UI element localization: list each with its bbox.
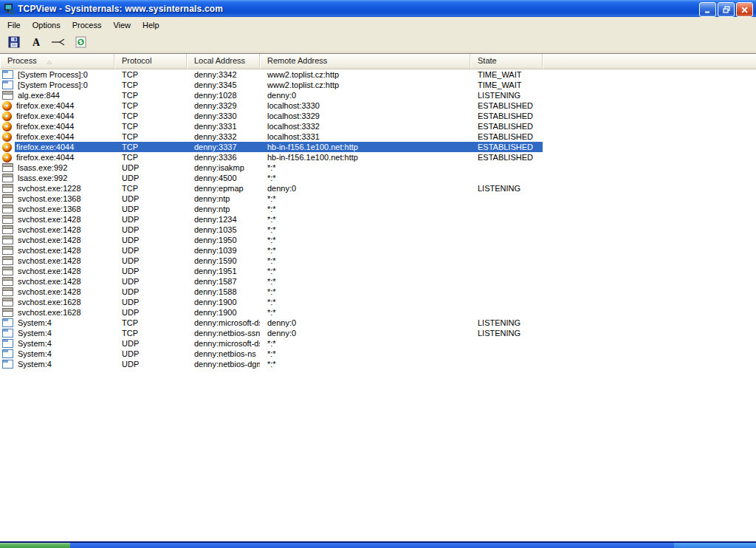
cell-protocol: TCP (114, 70, 187, 79)
cell-remote-address: *:* (260, 163, 470, 172)
cell-local-address: denny:microsoft-ds (187, 339, 260, 348)
cell-process: System:4 (0, 329, 114, 338)
cell-state: LISTENING (470, 329, 543, 338)
cell-remote-address: *:* (260, 256, 470, 265)
table-row[interactable]: lsass.exe:992UDPdenny:4500*:* (0, 173, 756, 183)
menu-file[interactable]: File (1, 18, 27, 32)
table-row-selected[interactable]: firefox.exe:4044TCPdenny:3337hb-in-f156.… (0, 142, 756, 152)
firefox-icon (2, 112, 12, 121)
cell-protocol: UDP (114, 277, 187, 286)
table-row[interactable]: firefox.exe:4044TCPdenny:3336hb-in-f156.… (0, 152, 756, 162)
cell-process: svchost.exe:1428 (0, 256, 114, 265)
table-row[interactable]: svchost.exe:1368UDPdenny:ntp*:* (0, 204, 756, 214)
process-label: svchost.exe:1428 (18, 256, 81, 265)
process-window-icon (2, 308, 13, 317)
floppy-disk-icon (8, 36, 20, 49)
process-window-icon (2, 349, 13, 358)
cell-remote-address: *:* (260, 205, 470, 213)
cell-process: svchost.exe:1428 (0, 287, 114, 296)
table-row[interactable]: svchost.exe:1368UDPdenny:ntp*:* (0, 193, 756, 204)
table-row[interactable]: svchost.exe:1428UDPdenny:1951*:* (0, 266, 756, 276)
connections-rows: [System Process]:0TCPdenny:3342www2.topl… (0, 69, 756, 542)
cell-local-address: denny:3332 (187, 132, 260, 141)
cell-protocol: UDP (114, 256, 187, 265)
process-label: svchost.exe:1228 (18, 184, 81, 193)
cell-remote-address: www2.toplist.cz:http (260, 81, 470, 89)
process-label: firefox.exe:4044 (16, 132, 74, 141)
table-row[interactable]: svchost.exe:1628UDPdenny:1900*:* (0, 307, 756, 318)
cell-process: svchost.exe:1428 (0, 225, 114, 234)
table-row[interactable]: System:4UDPdenny:netbios-ns*:* (0, 349, 756, 359)
menu-help[interactable]: Help (137, 18, 165, 32)
restore-button[interactable] (718, 2, 735, 17)
cell-remote-address: denny:0 (260, 329, 470, 338)
refresh-button[interactable] (72, 35, 89, 51)
column-header-remote-address[interactable]: Remote Address (260, 54, 470, 69)
cell-remote-address: *:* (260, 298, 470, 306)
cell-protocol: TCP (114, 153, 187, 162)
table-row[interactable]: svchost.exe:1428UDPdenny:1588*:* (0, 287, 756, 297)
column-header-process[interactable]: Process△ (0, 54, 114, 69)
table-row[interactable]: svchost.exe:1428UDPdenny:1039*:* (0, 245, 756, 256)
cell-protocol: UDP (114, 236, 187, 244)
taskbar-surface[interactable] (70, 543, 674, 548)
table-row[interactable]: lsass.exe:992UDPdenny:isakmp*:* (0, 162, 756, 173)
process-label: firefox.exe:4044 (16, 112, 74, 120)
table-row[interactable]: svchost.exe:1428UDPdenny:1587*:* (0, 276, 756, 287)
system-tray-edge[interactable] (674, 543, 756, 548)
start-button-edge[interactable] (0, 543, 70, 548)
column-header-protocol[interactable]: Protocol (114, 54, 187, 69)
table-row[interactable]: [System Process]:0TCPdenny:3345www2.topl… (0, 80, 756, 90)
table-row[interactable]: svchost.exe:1228TCPdenny:epmapdenny:0LIS… (0, 183, 756, 193)
table-row[interactable]: svchost.exe:1428UDPdenny:1590*:* (0, 256, 756, 266)
close-connection-button[interactable] (50, 35, 66, 51)
table-row[interactable]: svchost.exe:1428UDPdenny:1234*:* (0, 214, 756, 225)
cell-process: svchost.exe:1428 (0, 236, 114, 244)
tcpview-window: TCPView - Sysinternals: www.sysinternals… (0, 0, 756, 548)
cell-process: firefox.exe:4044 (0, 122, 114, 131)
cell-protocol: TCP (114, 101, 187, 110)
menu-process[interactable]: Process (66, 18, 108, 32)
table-row[interactable]: firefox.exe:4044TCPdenny:3329localhost:3… (0, 100, 756, 111)
refresh-icon (75, 36, 86, 49)
process-window-icon (2, 267, 13, 275)
cell-protocol: TCP (114, 132, 187, 141)
firefox-icon (2, 132, 12, 142)
table-row[interactable]: alg.exe:844TCPdenny:1028denny:0LISTENING (0, 90, 756, 100)
table-row[interactable]: System:4UDPdenny:microsoft-ds*:* (0, 338, 756, 349)
table-row[interactable]: System:4TCPdenny:microsoft-dsdenny:0LIST… (0, 318, 756, 328)
cell-remote-address: localhost:3331 (260, 132, 470, 141)
cell-process: firefox.exe:4044 (0, 101, 114, 111)
cell-protocol: TCP (114, 122, 187, 131)
table-row[interactable]: firefox.exe:4044TCPdenny:3332localhost:3… (0, 131, 756, 142)
process-window-icon (2, 339, 13, 348)
cell-local-address: denny:1950 (187, 236, 260, 244)
menu-view[interactable]: View (107, 18, 137, 32)
table-row[interactable]: svchost.exe:1628UDPdenny:1900*:* (0, 297, 756, 307)
cell-local-address: denny:netbios-ns (187, 349, 260, 358)
minimize-button[interactable] (699, 2, 716, 17)
cell-protocol: TCP (114, 112, 187, 120)
menu-options[interactable]: Options (27, 18, 66, 32)
table-row[interactable]: svchost.exe:1428UDPdenny:1950*:* (0, 235, 756, 245)
font-button[interactable]: A (28, 35, 44, 51)
table-row[interactable]: System:4UDPdenny:netbios-dgm*:* (0, 359, 756, 369)
cell-remote-address: denny:0 (260, 91, 470, 100)
cell-process: svchost.exe:1428 (0, 267, 114, 275)
cell-local-address: denny:1590 (187, 256, 260, 265)
cell-local-address: denny:3337 (187, 143, 260, 151)
cell-process: lsass.exe:992 (0, 163, 114, 172)
close-button[interactable] (736, 2, 753, 17)
save-button[interactable] (6, 35, 22, 51)
titlebar[interactable]: TCPView - Sysinternals: www.sysinternals… (0, 0, 756, 17)
table-row[interactable]: svchost.exe:1428UDPdenny:1035*:* (0, 225, 756, 235)
table-row[interactable]: System:4TCPdenny:netbios-ssndenny:0LISTE… (0, 328, 756, 338)
column-header-state[interactable]: State (470, 54, 543, 69)
column-header-local-address[interactable]: Local Address (187, 54, 260, 69)
cell-protocol: UDP (114, 246, 187, 255)
cell-process: System:4 (0, 360, 114, 369)
table-row[interactable]: firefox.exe:4044TCPdenny:3331localhost:3… (0, 121, 756, 131)
table-row[interactable]: firefox.exe:4044TCPdenny:3330localhost:3… (0, 111, 756, 121)
table-row[interactable]: [System Process]:0TCPdenny:3342www2.topl… (0, 69, 756, 80)
process-window-icon (2, 298, 13, 306)
